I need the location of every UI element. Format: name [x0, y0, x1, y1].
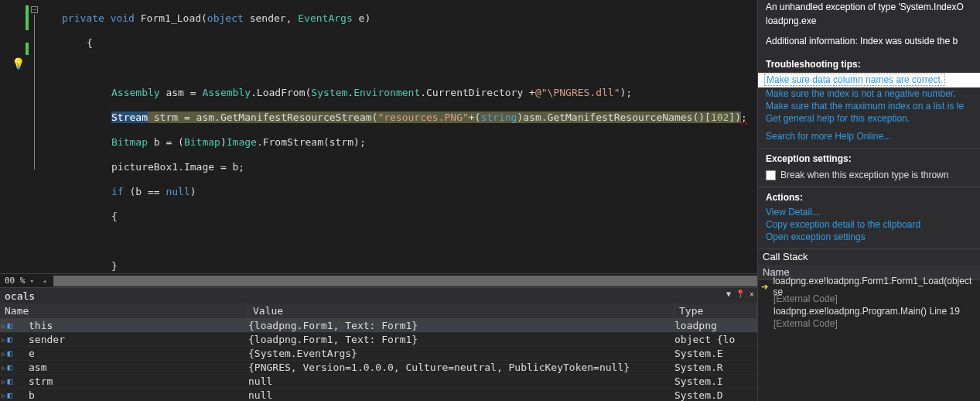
tip-link[interactable]: Get general help for this exception. — [758, 112, 980, 125]
locals-var-name: e — [28, 348, 248, 359]
zoom-level[interactable]: 00 % — [0, 276, 30, 286]
expand-icon[interactable]: ▷ — [2, 336, 5, 344]
variable-icon: ◧ — [7, 362, 12, 372]
change-bar — [26, 43, 29, 55]
locals-var-value: {System.EventArgs} — [248, 348, 674, 359]
locals-var-value: null — [248, 375, 674, 387]
exception-helper: An unhandled exception of type 'System.I… — [758, 0, 980, 248]
tip-link[interactable]: Make sure that the maximum index on a li… — [758, 100, 980, 112]
locals-header-value[interactable]: Value — [248, 303, 674, 318]
variable-icon: ◧ — [7, 320, 12, 331]
expand-icon[interactable]: ▷ — [2, 350, 5, 358]
break-checkbox-label: Break when this exception type is thrown — [780, 170, 948, 180]
locals-header-name[interactable]: Name — [0, 303, 248, 318]
exception-settings-header: Exception settings: — [758, 148, 980, 167]
variable-icon: ◧ — [7, 334, 12, 344]
expand-icon[interactable]: ▷ — [2, 392, 5, 399]
variable-icon: ◧ — [7, 348, 12, 358]
locals-var-name: b — [28, 389, 248, 401]
call-stack-title: Call Stack — [758, 249, 980, 265]
expand-icon[interactable]: ▷ — [2, 322, 5, 330]
locals-var-type: loadpng — [674, 320, 757, 331]
scroll-left-icon[interactable]: ◂ — [39, 277, 50, 285]
locals-var-value: null — [248, 389, 674, 401]
change-bar — [26, 5, 29, 30]
locals-var-name: sender — [28, 334, 248, 345]
exception-message: An unhandled exception of type 'System.I… — [758, 0, 980, 14]
close-icon[interactable]: ✕ — [750, 290, 754, 298]
call-stack-row[interactable]: [External Code] — [758, 317, 980, 330]
call-stack-row[interactable]: loadpng.exe!loadpng.Program.Main() Line … — [758, 305, 980, 317]
window-position-icon[interactable]: ▼ — [726, 290, 731, 298]
locals-var-type: object {lo — [674, 334, 757, 345]
locals-row[interactable]: ▷◧asm{PNGRES, Version=1.0.0.0, Culture=n… — [0, 361, 757, 375]
current-frame-icon: ➔ — [761, 282, 773, 292]
locals-var-value: {loadpng.Form1, Text: Form1} — [248, 320, 674, 331]
locals-row[interactable]: ▷◧sender{loadpng.Form1, Text: Form1}obje… — [0, 333, 757, 347]
pin-icon[interactable]: 📍 — [736, 290, 745, 298]
tip-link[interactable]: Make sure the index is not a negative nu… — [758, 87, 980, 100]
open-settings-link[interactable]: Open exception settings — [758, 231, 980, 248]
expand-icon[interactable]: ▷ — [2, 364, 5, 372]
call-stack-panel: Call Stack Name ➔ loadpng.exe!loadpng.Fo… — [758, 248, 980, 401]
variable-icon: ◧ — [7, 376, 12, 386]
tip-link[interactable]: Make sure data column names are correct. — [764, 74, 945, 86]
troubleshooting-header: Troubleshooting tips: — [758, 54, 980, 73]
search-online-link[interactable]: Search for more Help Online... — [758, 125, 980, 148]
code-editor[interactable]: 💡 private void Form1_Load(object sender,… — [0, 0, 757, 273]
locals-var-value: {PNGRES, Version=1.0.0.0, Culture=neutra… — [248, 362, 674, 373]
horizontal-scrollbar[interactable] — [53, 276, 744, 286]
code-text: private — [62, 12, 104, 24]
locals-var-type: System.R — [674, 362, 757, 373]
locals-var-value: {loadpng.Form1, Text: Form1} — [248, 334, 674, 345]
locals-panel: ocals ▼ 📍 ✕ Name Value Type ▷◧this{loadp… — [0, 287, 757, 401]
locals-var-type: System.I — [674, 375, 757, 387]
zoom-dropdown-icon[interactable]: ▾ — [30, 277, 39, 285]
expand-icon[interactable]: ▷ — [2, 378, 5, 386]
locals-row[interactable]: ▷◧bnullSystem.D — [0, 389, 757, 401]
locals-row[interactable]: ▷◧e{System.EventArgs}System.E — [0, 347, 757, 361]
locals-row[interactable]: ▷◧strmnullSystem.I — [0, 375, 757, 389]
locals-var-name: asm — [28, 362, 248, 373]
call-stack-row[interactable]: ➔ loadpng.exe!loadpng.Form1.Form1_Load(o… — [758, 280, 980, 293]
locals-header-type[interactable]: Type — [674, 303, 757, 318]
locals-title: ocals — [0, 288, 757, 303]
lightbulb-icon[interactable]: 💡 — [12, 57, 25, 70]
highlighted-line: Stream strm = asm.GetManifestResourceStr… — [39, 111, 757, 124]
outline-toggle-icon[interactable] — [31, 6, 38, 13]
zoom-bar: 00 % ▾ ◂ ▸ — [0, 273, 757, 287]
view-detail-link[interactable]: View Detail... — [758, 206, 980, 218]
locals-var-name: strm — [28, 375, 248, 387]
break-checkbox[interactable] — [766, 170, 776, 180]
locals-var-name: this — [28, 320, 248, 331]
copy-detail-link[interactable]: Copy exception detail to the clipboard — [758, 218, 980, 231]
locals-var-type: System.D — [674, 389, 757, 401]
locals-row[interactable]: ▷◧this{loadpng.Form1, Text: Form1}loadpn… — [0, 319, 757, 333]
actions-header: Actions: — [758, 187, 980, 206]
locals-var-type: System.E — [674, 348, 757, 359]
variable-icon: ◧ — [7, 390, 12, 400]
